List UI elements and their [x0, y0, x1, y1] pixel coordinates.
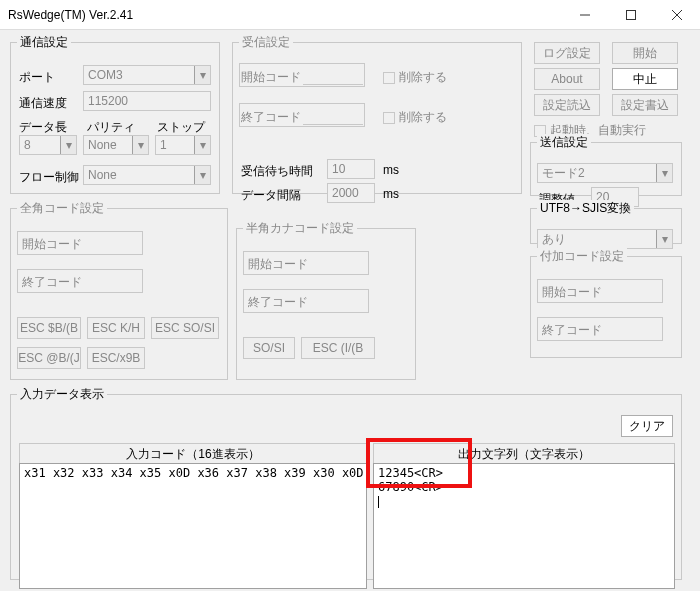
titlebar: RsWedge(TM) Ver.2.41	[0, 0, 700, 30]
recv-del1-check[interactable]: 削除する	[383, 69, 447, 86]
stop-button[interactable]: 中止	[612, 68, 678, 90]
recv-group: 受信設定 開始コード 削除する 終了コード 削除する 受信待ち時間 ms データ…	[232, 34, 522, 194]
fuka-end-label: 終了コード	[542, 323, 602, 337]
chevron-down-icon: ▾	[132, 136, 148, 154]
zenkaku-btn2[interactable]: ESC K/H	[87, 317, 145, 339]
chevron-down-icon: ▾	[194, 66, 210, 84]
display-legend: 入力データ表示	[17, 386, 107, 403]
zenkaku-legend: 全角コード設定	[17, 200, 107, 217]
hankana-start-label: 開始コード	[248, 257, 308, 271]
sendmode-select[interactable]: モード2 ▾	[537, 163, 673, 183]
baud-label: 通信速度	[19, 95, 67, 112]
send-legend: 送信設定	[537, 134, 591, 151]
wait-label: 受信待ち時間	[241, 163, 313, 180]
utf8-select[interactable]: あり ▾	[537, 229, 673, 249]
hankana-btn2[interactable]: ESC (I/(B	[301, 337, 375, 359]
about-button[interactable]: About	[534, 68, 600, 90]
utf8-group: UTF8→SJIS変換 あり ▾	[530, 200, 682, 244]
close-button[interactable]	[654, 0, 700, 30]
log-button[interactable]: ログ設定	[534, 42, 600, 64]
minimize-button[interactable]	[562, 0, 608, 30]
zenkaku-btn1[interactable]: ESC $B/(B	[17, 317, 81, 339]
zenkaku-btn5[interactable]: ESC/x9B	[87, 347, 145, 369]
stop-label: ストップ	[157, 119, 205, 136]
flow-select[interactable]: None ▾	[83, 165, 211, 185]
send-group: 送信設定 モード2 ▾ 調整値	[530, 134, 682, 196]
zenkaku-end-label: 終了コード	[22, 275, 82, 289]
zenkaku-start-label: 開始コード	[22, 237, 82, 251]
start-button[interactable]: 開始	[612, 42, 678, 64]
recv-legend: 受信設定	[239, 34, 293, 51]
maximize-button[interactable]	[608, 0, 654, 30]
chevron-down-icon: ▾	[60, 136, 76, 154]
databits-select[interactable]: 8 ▾	[19, 135, 77, 155]
str-area[interactable]: 12345<CR> 67890<CR>	[373, 463, 675, 589]
zenkaku-btn3[interactable]: ESC SO/SI	[151, 317, 219, 339]
hankana-legend: 半角カナコード設定	[243, 220, 357, 237]
comm-legend: 通信設定	[17, 34, 71, 51]
readcfg-button[interactable]: 設定読込	[534, 94, 600, 116]
parity-select[interactable]: None ▾	[83, 135, 149, 155]
fuka-group: 付加コード設定 開始コード 終了コード	[530, 248, 682, 358]
chevron-down-icon: ▾	[656, 230, 672, 248]
chevron-down-icon: ▾	[194, 166, 210, 184]
fuka-legend: 付加コード設定	[537, 248, 627, 265]
hex-area[interactable]: x31 x32 x33 x34 x35 x0D x36 x37 x38 x39 …	[19, 463, 367, 589]
parity-label: パリティ	[87, 119, 135, 136]
writecfg-button[interactable]: 設定書込	[612, 94, 678, 116]
svg-rect-0	[627, 10, 636, 19]
window-title: RsWedge(TM) Ver.2.41	[8, 8, 562, 22]
display-group: 入力データ表示 クリア 入力コード（16進表示） 出力文字列（文字表示） x31…	[10, 386, 682, 580]
hankana-btn1[interactable]: SO/SI	[243, 337, 295, 359]
chevron-down-icon: ▾	[656, 164, 672, 182]
clear-button[interactable]: クリア	[621, 415, 673, 437]
zenkaku-group: 全角コード設定 開始コード 終了コード ESC $B/(B ESC K/H ES…	[10, 200, 228, 380]
gap-input[interactable]	[327, 183, 375, 203]
stopbits-select[interactable]: 1 ▾	[155, 135, 211, 155]
chevron-down-icon: ▾	[194, 136, 210, 154]
port-select[interactable]: COM3 ▾	[83, 65, 211, 85]
gap-label: データ間隔	[241, 187, 301, 204]
utf8-legend: UTF8→SJIS変換	[537, 200, 634, 217]
fuka-start-label: 開始コード	[542, 285, 602, 299]
flow-label: フロー制御	[19, 169, 79, 186]
hankana-end-label: 終了コード	[248, 295, 308, 309]
recv-del2-check[interactable]: 削除する	[383, 109, 447, 126]
comm-group: 通信設定 ポート COM3 ▾ 通信速度 データ長 パリティ ストップ 8 ▾ …	[10, 34, 220, 194]
data-label: データ長	[19, 119, 67, 136]
gap-unit: ms	[383, 187, 399, 201]
port-label: ポート	[19, 69, 55, 86]
baud-input[interactable]	[83, 91, 211, 111]
zenkaku-btn4[interactable]: ESC @B/(J	[17, 347, 81, 369]
wait-input[interactable]	[327, 159, 375, 179]
text-caret	[378, 496, 379, 508]
port-value: COM3	[84, 68, 194, 82]
hankana-group: 半角カナコード設定 開始コード 終了コード SO/SI ESC (I/(B	[236, 220, 416, 380]
wait-unit: ms	[383, 163, 399, 177]
